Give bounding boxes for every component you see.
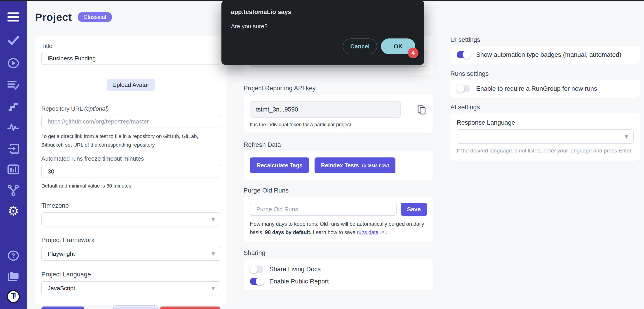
api-token-field[interactable]: tstmt_3n...9590 — [250, 101, 401, 118]
ui-settings-card: Show automation type badges (manual, aut… — [450, 46, 640, 64]
rungroup-label: Enable to require a RunGroup for new run… — [476, 85, 597, 92]
classical-badge: Classical — [78, 12, 112, 22]
check-icon — [8, 35, 19, 46]
logo-accent — [14, 293, 16, 297]
sharing-card: Share Living Docs Enable Public Report — [244, 259, 434, 290]
sidebar: ⚙ ? T — [0, 0, 27, 309]
dialog-title: app.testomat.io says — [231, 9, 415, 16]
language-value: JavaScript — [48, 285, 75, 292]
bar-chart-icon — [8, 164, 19, 175]
repository-url-help: To get a direct link from a test to file… — [41, 132, 220, 149]
update-button[interactable]: Update — [41, 306, 84, 309]
testomat-logo: T — [7, 290, 20, 303]
language-select[interactable]: JavaScript — [41, 281, 220, 295]
automation-badges-toggle[interactable] — [457, 51, 470, 58]
reindex-tests-count: (6 tests now) — [362, 163, 389, 168]
repository-url-optional: (optional) — [84, 105, 109, 112]
freeze-timeout-input[interactable] — [41, 165, 220, 178]
repository-url-label: Repository URL (optional) — [41, 105, 220, 112]
rungroup-toggle[interactable] — [457, 85, 470, 92]
list-check-icon — [8, 79, 19, 91]
play-circle-icon — [8, 57, 19, 69]
framework-value: Playwright — [48, 250, 75, 257]
enable-public-report-toggle[interactable] — [250, 278, 264, 285]
sidebar-item-settings[interactable]: ⚙ — [0, 205, 27, 217]
repository-url-label-text: Repository URL — [41, 105, 84, 112]
sidebar-item-branches[interactable] — [0, 184, 27, 196]
ok-step-badge: 4 — [408, 48, 418, 58]
app-window: ⚙ ? T Project Classical Title — [0, 0, 644, 309]
sidebar-item-help[interactable]: ? — [0, 250, 27, 261]
dialog-ok-label: OK — [394, 43, 403, 50]
pulse-icon — [8, 122, 19, 133]
share-living-docs-row: Share Living Docs — [250, 265, 427, 273]
automation-badges-label: Show automation type badges (manual, aut… — [476, 51, 622, 58]
share-living-docs-label: Share Living Docs — [269, 265, 321, 273]
runs-settings-card: Enable to require a RunGroup for new run… — [450, 80, 640, 98]
sidebar-item-steps[interactable] — [0, 100, 27, 112]
purge-save-button[interactable]: Save — [401, 203, 427, 216]
dialog-ok-button[interactable]: OK 4 — [381, 39, 415, 54]
freeze-timeout-help: Default and minimal value is 30 minutes — [41, 182, 220, 190]
runs-settings-label: Runs settings — [450, 70, 640, 77]
rungroup-row: Enable to require a RunGroup for new run… — [457, 85, 634, 92]
dialog-cancel-button[interactable]: Cancel — [343, 39, 377, 54]
title-label: Title — [41, 43, 220, 50]
sidebar-item-pulse[interactable] — [0, 122, 27, 133]
sidebar-item-runs[interactable] — [0, 57, 27, 69]
svg-text:?: ? — [11, 252, 15, 259]
folders-icon — [8, 270, 19, 282]
ai-settings-label: AI settings — [450, 104, 640, 111]
recalculate-tags-button[interactable]: Recalculate Tags — [250, 157, 309, 173]
purge-old-runs-label: Purge Old Runs — [244, 187, 434, 194]
response-language-label: Response Language — [457, 119, 634, 126]
branch-icon — [8, 184, 19, 196]
sidebar-item-analytics[interactable] — [0, 164, 27, 175]
response-language-hint: If the desired language is not listed, e… — [457, 147, 634, 154]
dialog-message: Are you sure? — [231, 23, 415, 30]
upload-avatar-button[interactable]: Upload Avatar — [107, 79, 155, 91]
project-form-card: Title Upload Avatar Repository URL (opti… — [35, 36, 227, 305]
framework-label: Project Framework — [41, 236, 220, 244]
api-token-help: It is the individual token for a particu… — [250, 122, 427, 128]
share-living-docs-toggle[interactable] — [250, 265, 264, 273]
response-language-select[interactable] — [457, 129, 634, 144]
copy-icon[interactable] — [418, 105, 426, 114]
steps-icon — [8, 100, 19, 112]
external-link-icon: ↗ — [380, 229, 384, 235]
page-title: Project — [35, 11, 72, 23]
refresh-data-label: Refresh Data — [244, 141, 434, 148]
runs-data-link[interactable]: runs data — [357, 229, 378, 235]
purge-old-runs-input[interactable] — [250, 203, 396, 216]
freeze-timeout-label: Automated runs freeze timeout minutes — [41, 155, 220, 162]
purge-help-2: Learn how to save — [312, 229, 357, 235]
reporting-api-key-label: Project Reporting API key — [244, 85, 434, 92]
purge-help-tail: . — [384, 229, 387, 235]
api-token-value: tstmt_3n...9590 — [256, 106, 298, 113]
delete-project-button[interactable]: Delete Project — [160, 306, 220, 309]
sidebar-item-projects[interactable] — [0, 270, 27, 282]
reindex-tests-label: Reindex Tests — [321, 162, 359, 169]
hamburger-menu-icon — [8, 11, 19, 23]
title-input[interactable] — [41, 52, 220, 65]
archive-button[interactable]: Archive 3 — [114, 306, 156, 309]
framework-select[interactable]: Playwright — [41, 247, 220, 261]
account-avatar[interactable]: T — [0, 290, 27, 303]
menu-button[interactable] — [0, 11, 27, 23]
purge-help-bold: 90 days by default. — [265, 229, 312, 235]
timezone-label: Timezone — [41, 202, 220, 209]
help-circle-icon: ? — [8, 250, 19, 261]
automation-badges-row: Show automation type badges (manual, aut… — [457, 51, 634, 58]
sidebar-item-import[interactable] — [0, 143, 27, 155]
reindex-tests-button[interactable]: Reindex Tests (6 tests now) — [314, 157, 396, 173]
timezone-select[interactable] — [41, 212, 220, 226]
purge-old-runs-card: Save How many days to keep runs. Old run… — [244, 197, 434, 242]
sidebar-item-test-plans[interactable] — [0, 79, 27, 91]
repository-url-input[interactable] — [41, 115, 220, 128]
sidebar-item-tests[interactable] — [0, 35, 27, 46]
ui-settings-label: UI settings — [450, 36, 640, 44]
language-label: Project Language — [41, 271, 220, 278]
enable-public-report-row: Enable Public Report — [250, 278, 427, 285]
browser-confirm-dialog: app.testomat.io says Are you sure? Cance… — [222, 1, 424, 65]
enable-public-report-label: Enable Public Report — [269, 278, 329, 285]
